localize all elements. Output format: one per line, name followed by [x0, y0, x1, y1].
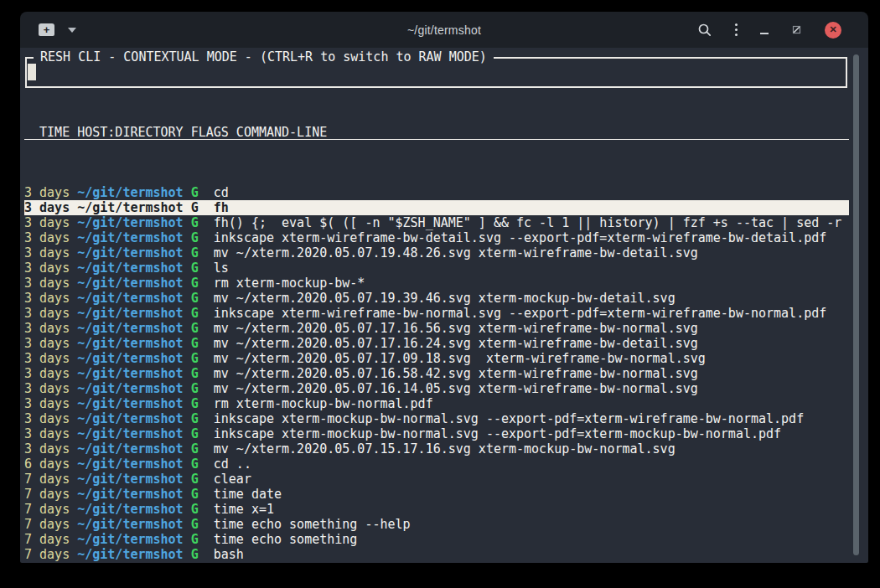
history-row[interactable]: 3 days ~/git/termshot G mv ~/xterm.2020.… — [24, 291, 849, 306]
history-host-directory: ~/git/termshot — [77, 532, 183, 547]
history-row[interactable]: 3 days ~/git/termshot G inkscape xterm-m… — [24, 411, 849, 426]
spacer — [184, 230, 191, 245]
spacer — [184, 381, 191, 396]
history-flags: G — [191, 547, 199, 562]
history-command: inkscape xterm-mockup-bw-normal.svg --ex… — [214, 426, 781, 441]
history-command: mv ~/xterm.2020.05.07.16.58.42.svg xterm… — [214, 366, 698, 381]
menu-kebab-icon[interactable] — [735, 23, 738, 37]
spacer — [184, 396, 191, 411]
history-row[interactable]: 3 days ~/git/termshot G mv ~/xterm.2020.… — [24, 336, 849, 351]
history-flags: G — [191, 441, 199, 456]
spacer — [199, 381, 214, 396]
new-tab-button[interactable]: + — [39, 23, 54, 36]
history-command: cd .. — [214, 456, 251, 472]
spacer — [184, 411, 191, 426]
history-host-directory: ~/git/termshot — [77, 276, 183, 291]
history-flags: G — [191, 185, 199, 200]
history-row[interactable]: 3 days ~/git/termshot G inkscape xterm-w… — [24, 306, 849, 321]
history-command: mv ~/xterm.2020.05.07.19.48.26.svg xterm… — [214, 245, 698, 260]
spacer — [70, 276, 77, 291]
history-row[interactable]: 7 days ~/git/termshot G bash — [24, 547, 849, 562]
history-row[interactable]: 7 days ~/git/termshot G time date — [24, 487, 849, 502]
spacer — [70, 517, 77, 532]
spacer — [184, 185, 191, 200]
spacer — [70, 381, 77, 396]
history-time: 7 days — [24, 547, 70, 562]
history-time: 3 days — [24, 351, 70, 366]
history-time: 3 days — [24, 306, 70, 321]
spacer — [199, 230, 214, 245]
history-row[interactable]: 3 days ~/git/termshot G mv ~/xterm.2020.… — [24, 321, 849, 336]
history-row[interactable]: 3 days ~/git/termshot G inkscape xterm-w… — [24, 230, 849, 245]
history-host-directory: ~/git/termshot — [77, 260, 183, 276]
spacer — [70, 351, 77, 366]
history-host-directory: ~/git/termshot — [77, 487, 183, 502]
spacer — [184, 351, 191, 366]
spacer — [199, 276, 214, 291]
resh-search-box[interactable]: RESH CLI - CONTEXTUAL MODE - (CTRL+R to … — [25, 57, 847, 88]
history-row[interactable]: 6 days ~/git/termshot G cd .. — [24, 456, 849, 472]
history-flags: G — [191, 411, 199, 426]
spacer — [184, 456, 191, 472]
history-flags: G — [191, 517, 199, 532]
history-flags: G — [191, 245, 199, 260]
scrollbar-thumb[interactable] — [853, 54, 859, 555]
spacer — [70, 230, 77, 245]
history-command: inkscape xterm-wireframe-bw-normal.svg -… — [214, 306, 827, 321]
history-host-directory: ~/git/termshot — [77, 306, 183, 321]
history-flags: G — [191, 230, 199, 245]
history-time: 3 days — [24, 276, 70, 291]
spacer — [184, 532, 191, 547]
history-time: 7 days — [24, 472, 70, 487]
spacer — [199, 487, 214, 502]
history-time: 3 days — [24, 321, 70, 336]
history-command: rm xterm-mockup-bw-* — [214, 276, 365, 291]
spacer — [70, 215, 77, 230]
history-row[interactable]: 3 days ~/git/termshot G mv ~/xterm.2020.… — [24, 381, 849, 396]
history-row[interactable]: 3 days ~/git/termshot G fh — [24, 200, 849, 215]
history-time: 3 days — [24, 336, 70, 351]
spacer — [70, 562, 77, 563]
close-icon[interactable]: ✕ — [825, 22, 841, 39]
history-time: 3 days — [24, 245, 70, 260]
history-row[interactable]: 3 days ~/git/termshot G rm xterm-mockup-… — [24, 276, 849, 291]
history-row[interactable]: 7 days ~/git/termshot G time echo someth… — [24, 532, 849, 547]
search-icon[interactable] — [697, 23, 712, 38]
spacer — [199, 260, 214, 276]
history-flags: G — [191, 351, 199, 366]
history-row[interactable]: 3 days ~/git/termshot G mv ~/xterm.2020.… — [24, 245, 849, 260]
restore-icon[interactable] — [791, 24, 802, 35]
history-row[interactable]: 3 days ~/git/termshot G mv ~/xterm.2020.… — [24, 351, 849, 366]
history-row[interactable]: 3 days ~/git/termshot G ls — [24, 260, 849, 276]
history-flags: G — [191, 215, 199, 230]
history-row[interactable]: 3 days ~/git/termshot G rm xterm-mockup-… — [24, 396, 849, 411]
minimize-icon[interactable] — [760, 33, 769, 34]
new-tab-icon: + — [39, 23, 54, 36]
history-row[interactable]: 7 days ~/git/termshot G clear — [24, 472, 849, 487]
history-command: mv ~/xterm.2020.05.07.15.17.16.svg xterm… — [214, 441, 676, 456]
history-row[interactable]: 3 days ~/git/termshot G mv ~/xterm.2020.… — [24, 366, 849, 381]
history-row[interactable]: 7 days ~/git/termshot G mv ~/xterm.2020.… — [24, 562, 849, 563]
history-time: 7 days — [24, 502, 70, 517]
spacer — [70, 426, 77, 441]
history-command: cd — [214, 185, 229, 200]
spacer — [199, 532, 214, 547]
spacer — [184, 291, 191, 306]
history-row[interactable]: 3 days ~/git/termshot G cd — [24, 185, 849, 200]
spacer — [199, 215, 214, 230]
spacer — [184, 502, 191, 517]
history-flags: G — [191, 502, 199, 517]
history-row[interactable]: 7 days ~/git/termshot G time x=1 — [24, 502, 849, 517]
spacer — [199, 517, 214, 532]
titlebar-left-controls: + — [39, 23, 76, 36]
history-row[interactable]: 3 days ~/git/termshot G inkscape xterm-m… — [24, 426, 849, 441]
history-time: 3 days — [24, 426, 70, 441]
history-row[interactable]: 3 days ~/git/termshot G mv ~/xterm.2020.… — [24, 441, 849, 456]
history-row[interactable]: 7 days ~/git/termshot G time echo someth… — [24, 517, 849, 532]
tabs-dropdown-icon[interactable] — [68, 28, 76, 33]
text-cursor — [28, 64, 36, 80]
spacer — [184, 276, 191, 291]
history-row[interactable]: 3 days ~/git/termshot G fh() {; eval $( … — [24, 215, 849, 230]
history-time: 3 days — [24, 441, 70, 456]
spacer — [199, 502, 214, 517]
